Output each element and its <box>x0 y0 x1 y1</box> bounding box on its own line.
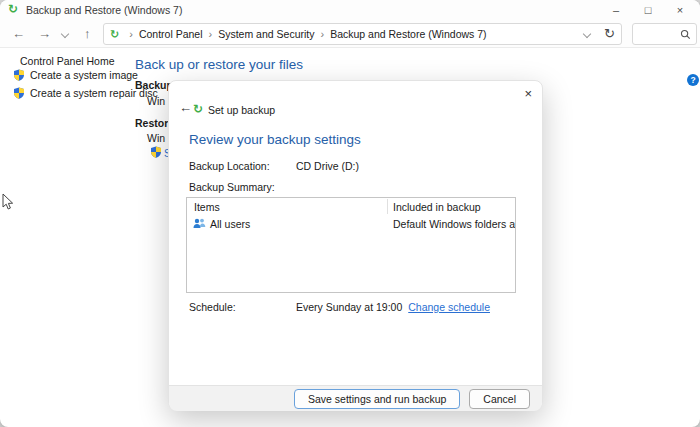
dialog-back-button[interactable]: ← <box>179 101 192 115</box>
restore-status-text: Win <box>147 132 165 144</box>
save-settings-button[interactable]: Save settings and run backup <box>294 389 460 409</box>
search-box[interactable] <box>632 23 697 45</box>
column-header-items[interactable]: Items <box>187 198 387 215</box>
window-controls: – □ × <box>600 0 696 20</box>
cancel-button[interactable]: Cancel <box>469 389 530 409</box>
dialog-close-icon[interactable]: × <box>524 86 532 101</box>
set-up-backup-dialog: × ← ↻ Set up backup Review your backup s… <box>168 80 543 410</box>
table-cell-included: Default Windows folders and lo... <box>388 218 515 230</box>
sidebar-item-label: Create a system image <box>30 69 138 81</box>
table-row[interactable]: All users Default Windows folders and lo… <box>187 215 515 232</box>
breadcrumb-item-backup-restore[interactable]: Backup and Restore (Windows 7) <box>330 28 486 40</box>
mouse-cursor <box>2 193 14 211</box>
table-header: Items Included in backup <box>187 198 515 215</box>
change-schedule-link[interactable]: Change schedule <box>408 301 490 313</box>
breadcrumb-separator: › <box>129 28 133 40</box>
back-button[interactable]: ← <box>12 26 25 42</box>
backup-status-text: Win <box>147 95 165 107</box>
breadcrumb-separator: › <box>320 28 324 40</box>
backup-summary-label: Backup Summary: <box>189 181 275 193</box>
refresh-icon[interactable]: ↻ <box>604 28 615 40</box>
navigation-bar: ← → ↑ ↻ › Control Panel › System and Sec… <box>0 20 700 48</box>
column-header-included[interactable]: Included in backup <box>388 201 515 213</box>
breadcrumb[interactable]: ↻ › Control Panel › System and Security … <box>103 23 622 45</box>
search-input[interactable] <box>638 27 680 41</box>
users-icon <box>193 218 206 229</box>
breadcrumb-item-control-panel[interactable]: Control Panel <box>139 28 203 40</box>
page-title: Back up or restore your files <box>135 57 303 72</box>
search-icon <box>680 29 691 40</box>
breadcrumb-item-system-and-security[interactable]: System and Security <box>218 28 314 40</box>
sidebar-item-create-system-image[interactable]: Create a system image <box>13 69 138 81</box>
schedule-row: Every Sunday at 19:00 Change schedule <box>296 301 490 313</box>
address-dropdown-chevron-icon[interactable] <box>583 30 591 38</box>
help-icon[interactable]: ? <box>687 74 699 86</box>
maximize-button[interactable]: □ <box>632 0 664 20</box>
dialog-heading: Review your backup settings <box>189 132 361 147</box>
minimize-button[interactable]: – <box>600 0 632 20</box>
window-title: Backup and Restore (Windows 7) <box>26 4 182 16</box>
backup-and-restore-window: ↻ Backup and Restore (Windows 7) – □ × ←… <box>0 0 700 427</box>
uac-shield-icon <box>13 69 25 81</box>
backup-app-icon: ↻ <box>8 3 18 15</box>
recent-pages-chevron-icon[interactable] <box>61 30 69 38</box>
backup-location-label: Backup Location: <box>189 160 270 172</box>
dialog-footer: Save settings and run backup Cancel <box>169 385 542 411</box>
uac-shield-icon <box>13 87 25 99</box>
table-cell-item: All users <box>210 218 250 230</box>
close-button[interactable]: × <box>664 0 696 20</box>
control-panel-icon: ↻ <box>110 28 119 41</box>
title-bar: ↻ Backup and Restore (Windows 7) – □ × <box>0 0 700 20</box>
uac-shield-icon <box>150 146 162 158</box>
backup-location-value: CD Drive (D:) <box>296 160 359 172</box>
dialog-title: Set up backup <box>208 104 275 116</box>
forward-button[interactable]: → <box>38 26 51 42</box>
schedule-value: Every Sunday at 19:00 <box>296 301 402 313</box>
schedule-label: Schedule: <box>189 301 236 313</box>
up-button[interactable]: ↑ <box>84 26 91 42</box>
setup-backup-icon: ↻ <box>193 103 203 115</box>
sidebar-item-control-panel-home[interactable]: Control Panel Home <box>20 55 115 67</box>
backup-summary-table: Items Included in backup All users Defau… <box>186 197 516 293</box>
breadcrumb-separator: › <box>209 28 213 40</box>
